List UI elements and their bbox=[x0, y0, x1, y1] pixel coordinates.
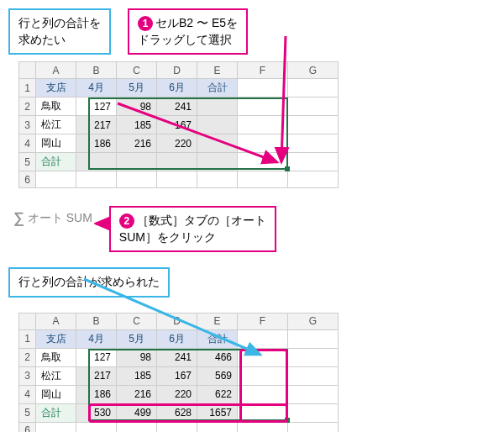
col-G-2[interactable]: G bbox=[288, 313, 339, 329]
row-3-2[interactable]: 3 bbox=[19, 366, 36, 385]
cell-F4-2[interactable] bbox=[238, 385, 288, 403]
cell-F3[interactable] bbox=[238, 116, 288, 134]
sheet-table-before[interactable]: A B C D E F G 1 支店 4月 5月 6月 合計 2 鳥取 127 … bbox=[18, 61, 339, 188]
cell-C5-2[interactable]: 499 bbox=[117, 403, 157, 422]
row-1[interactable]: 1 bbox=[19, 79, 36, 97]
cell-okayama-2[interactable]: 岡山 bbox=[36, 385, 76, 403]
cell-D4[interactable]: 220 bbox=[157, 134, 197, 153]
row-5-2[interactable]: 5 bbox=[19, 403, 36, 422]
cell-B2[interactable]: 127 bbox=[76, 97, 117, 116]
cell-branch-header[interactable]: 支店 bbox=[36, 79, 76, 97]
cell-G5[interactable] bbox=[288, 153, 339, 171]
cell-E3[interactable] bbox=[197, 116, 238, 134]
col-E-2[interactable]: E bbox=[197, 313, 238, 329]
cell-F5-2[interactable] bbox=[238, 403, 288, 422]
cell-C2-2[interactable]: 98 bbox=[117, 348, 157, 366]
cell-G6-2[interactable] bbox=[288, 422, 339, 432]
row-1-2[interactable]: 1 bbox=[19, 329, 36, 348]
sheet-table-after[interactable]: A B C D E F G 1 支店 4月 5月 6月 合計 2 鳥取 127 … bbox=[18, 313, 339, 432]
cell-D5-2[interactable]: 628 bbox=[157, 403, 197, 422]
cell-total-header[interactable]: 合計 bbox=[197, 79, 238, 97]
cell-G4-2[interactable] bbox=[288, 385, 339, 403]
cell-B2-2[interactable]: 127 bbox=[76, 348, 117, 366]
cell-G6[interactable] bbox=[288, 171, 339, 188]
cell-A6[interactable] bbox=[36, 171, 76, 188]
cell-C6-2[interactable] bbox=[117, 422, 157, 432]
col-B-2[interactable]: B bbox=[76, 313, 117, 329]
cell-G2-2[interactable] bbox=[288, 348, 339, 366]
col-F[interactable]: F bbox=[238, 62, 288, 79]
col-D-2[interactable]: D bbox=[157, 313, 197, 329]
row-2-2[interactable]: 2 bbox=[19, 348, 36, 366]
col-C[interactable]: C bbox=[117, 62, 157, 79]
cell-m6-header-2[interactable]: 6月 bbox=[157, 329, 197, 348]
cell-total-label[interactable]: 合計 bbox=[36, 153, 76, 171]
cell-total-label-2[interactable]: 合計 bbox=[36, 403, 76, 422]
cell-E2-2[interactable]: 466 bbox=[197, 348, 238, 366]
cell-D2[interactable]: 241 bbox=[157, 97, 197, 116]
cell-G5-2[interactable] bbox=[288, 403, 339, 422]
cell-tottori[interactable]: 鳥取 bbox=[36, 97, 76, 116]
cell-G3[interactable] bbox=[288, 116, 339, 134]
cell-m6-header[interactable]: 6月 bbox=[157, 79, 197, 97]
cell-D2-2[interactable]: 241 bbox=[157, 348, 197, 366]
cell-D3[interactable]: 167 bbox=[157, 116, 197, 134]
col-B[interactable]: B bbox=[76, 62, 117, 79]
cell-E4[interactable] bbox=[197, 134, 238, 153]
cell-matsue-2[interactable]: 松江 bbox=[36, 366, 76, 385]
cell-B5-2[interactable]: 530 bbox=[76, 403, 117, 422]
row-2[interactable]: 2 bbox=[19, 97, 36, 116]
col-A-2[interactable]: A bbox=[36, 313, 76, 329]
cell-G4[interactable] bbox=[288, 134, 339, 153]
cell-E5-2[interactable]: 1657 bbox=[197, 403, 238, 422]
row-4[interactable]: 4 bbox=[19, 134, 36, 153]
cell-E6-2[interactable] bbox=[197, 422, 238, 432]
cell-total-header-2[interactable]: 合計 bbox=[197, 329, 238, 348]
selection-handle[interactable] bbox=[285, 166, 290, 171]
cell-m4-header-2[interactable]: 4月 bbox=[76, 329, 117, 348]
cell-B6-2[interactable] bbox=[76, 422, 117, 432]
cell-C4[interactable]: 216 bbox=[117, 134, 157, 153]
col-G[interactable]: G bbox=[288, 62, 339, 79]
cell-C3[interactable]: 185 bbox=[117, 116, 157, 134]
cell-okayama[interactable]: 岡山 bbox=[36, 134, 76, 153]
cell-F5[interactable] bbox=[238, 153, 288, 171]
cell-F2-2[interactable] bbox=[238, 348, 288, 366]
cell-m5-header-2[interactable]: 5月 bbox=[117, 329, 157, 348]
cell-F3-2[interactable] bbox=[238, 366, 288, 385]
cell-branch-header-2[interactable]: 支店 bbox=[36, 329, 76, 348]
cell-D6-2[interactable] bbox=[157, 422, 197, 432]
cell-B6[interactable] bbox=[76, 171, 117, 188]
cell-F6[interactable] bbox=[238, 171, 288, 188]
cell-E4-2[interactable]: 622 bbox=[197, 385, 238, 403]
cell-E3-2[interactable]: 569 bbox=[197, 366, 238, 385]
cell-C3-2[interactable]: 185 bbox=[117, 366, 157, 385]
cell-D4-2[interactable]: 220 bbox=[157, 385, 197, 403]
col-F-2[interactable]: F bbox=[238, 313, 288, 329]
col-C-2[interactable]: C bbox=[117, 313, 157, 329]
cell-tottori-2[interactable]: 鳥取 bbox=[36, 348, 76, 366]
col-E[interactable]: E bbox=[197, 62, 238, 79]
cell-F6-2[interactable] bbox=[238, 422, 288, 432]
row-6[interactable]: 6 bbox=[19, 171, 36, 188]
cell-G1-2[interactable] bbox=[288, 329, 339, 348]
cell-F1-2[interactable] bbox=[238, 329, 288, 348]
cell-D3-2[interactable]: 167 bbox=[157, 366, 197, 385]
cell-B3[interactable]: 217 bbox=[76, 116, 117, 134]
cell-m4-header[interactable]: 4月 bbox=[76, 79, 117, 97]
cell-A6-2[interactable] bbox=[36, 422, 76, 432]
col-D[interactable]: D bbox=[157, 62, 197, 79]
corner-cell[interactable] bbox=[19, 62, 36, 79]
cell-C6[interactable] bbox=[117, 171, 157, 188]
row-3[interactable]: 3 bbox=[19, 116, 36, 134]
cell-B5[interactable] bbox=[76, 153, 117, 171]
cell-F1[interactable] bbox=[238, 79, 288, 97]
row-6-2[interactable]: 6 bbox=[19, 422, 36, 432]
autosum-button[interactable]: ∑ オート SUM bbox=[8, 206, 97, 230]
cell-B4[interactable]: 186 bbox=[76, 134, 117, 153]
cell-G2[interactable] bbox=[288, 97, 339, 116]
cell-D6[interactable] bbox=[157, 171, 197, 188]
col-A[interactable]: A bbox=[36, 62, 76, 79]
row-5[interactable]: 5 bbox=[19, 153, 36, 171]
cell-C5[interactable] bbox=[117, 153, 157, 171]
